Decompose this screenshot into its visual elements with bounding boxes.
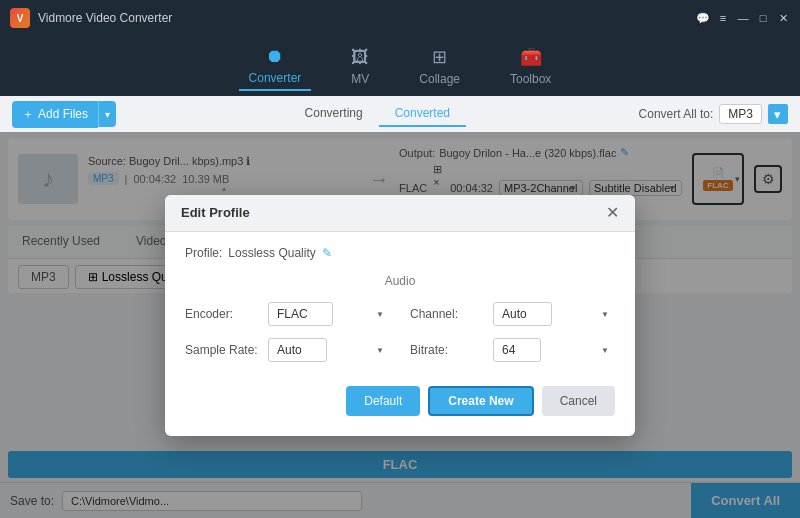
tab-converter-label: Converter [249,71,302,85]
modal-header: Edit Profile ✕ [165,195,635,232]
add-files-button[interactable]: ＋ Add Files [12,101,98,128]
close-btn[interactable]: ✕ [776,11,790,25]
modal-overlay: Edit Profile ✕ Profile: Lossless Quality… [0,132,800,518]
default-button[interactable]: Default [346,386,420,416]
sample-rate-select[interactable]: Auto [268,338,327,362]
add-files-label: Add Files [38,107,88,121]
channel-group: Channel: Auto [410,302,615,326]
channel-modal-select[interactable]: Auto [493,302,552,326]
format-dropdown-button[interactable]: ▾ [768,104,788,124]
profile-label: Profile: [185,246,222,260]
tab-converting[interactable]: Converting [289,101,379,127]
tab-toolbox[interactable]: 🧰 Toolbox [500,42,561,90]
sample-rate-label: Sample Rate: [185,343,260,357]
modal-body: Profile: Lossless Quality ✎ Audio Encode… [165,232,635,376]
toolbar-left: ＋ Add Files ▾ [12,101,116,128]
encoder-group: Encoder: FLAC [185,302,390,326]
tab-mv[interactable]: 🖼 MV [341,43,379,90]
edit-profile-modal: Edit Profile ✕ Profile: Lossless Quality… [165,195,635,436]
app-title: Vidmore Video Converter [38,11,172,25]
minimize-btn[interactable]: — [736,11,750,25]
chat-icon-btn[interactable]: 💬 [696,11,710,25]
encoder-select-wrapper: FLAC [268,302,390,326]
mv-icon: 🖼 [351,47,369,68]
title-left: V Vidmore Video Converter [10,8,172,28]
add-files-dropdown-btn[interactable]: ▾ [98,101,116,127]
maximize-btn[interactable]: □ [756,11,770,25]
tab-collage-label: Collage [419,72,460,86]
toolbar-right: Convert All to: MP3 ▾ [639,104,788,124]
content-tab-switcher: Converting Converted [289,101,466,127]
tab-toolbox-label: Toolbox [510,72,551,86]
format-dropdown-arrow-icon: ▾ [774,107,781,122]
window-controls: 💬 ≡ — □ ✕ [696,11,790,25]
profile-row: Profile: Lossless Quality ✎ [185,246,615,260]
app-window: V Vidmore Video Converter 💬 ≡ — □ ✕ ⏺ Co… [0,0,800,518]
menu-btn[interactable]: ≡ [716,11,730,25]
content-area: ♪ Source: Bugoy Dril... kbps).mp3 ℹ MP3 … [0,132,800,518]
tab-converter[interactable]: ⏺ Converter [239,42,312,91]
audio-section-title: Audio [185,274,615,288]
dropdown-arrow-icon: ▾ [105,109,110,120]
form-grid: Encoder: FLAC Channel: [185,302,615,362]
encoder-label: Encoder: [185,307,260,321]
channel-modal-select-wrapper: Auto [493,302,615,326]
bitrate-select[interactable]: 64 [493,338,541,362]
modal-title: Edit Profile [181,205,250,220]
nav-tabs: ⏺ Converter 🖼 MV ⊞ Collage 🧰 Toolbox [0,36,800,96]
channel-label: Channel: [410,307,485,321]
format-badge: MP3 [719,104,762,124]
modal-close-btn[interactable]: ✕ [606,205,619,221]
bitrate-group: Bitrate: 64 [410,338,615,362]
sample-rate-select-wrapper: Auto [268,338,390,362]
title-bar: V Vidmore Video Converter 💬 ≡ — □ ✕ [0,0,800,36]
sample-rate-group: Sample Rate: Auto [185,338,390,362]
converter-icon: ⏺ [266,46,284,67]
tab-mv-label: MV [351,72,369,86]
tab-collage[interactable]: ⊞ Collage [409,42,470,90]
app-icon: V [10,8,30,28]
sub-toolbar: ＋ Add Files ▾ Converting Converted Conve… [0,96,800,132]
toolbox-icon: 🧰 [520,46,542,68]
bitrate-select-wrapper: 64 [493,338,615,362]
bitrate-label: Bitrate: [410,343,485,357]
profile-value: Lossless Quality [228,246,315,260]
modal-footer: Default Create New Cancel [165,376,635,416]
create-new-button[interactable]: Create New [428,386,533,416]
encoder-select[interactable]: FLAC [268,302,333,326]
tab-converted[interactable]: Converted [379,101,466,127]
collage-icon: ⊞ [432,46,447,68]
add-icon: ＋ [22,106,34,123]
profile-edit-icon[interactable]: ✎ [322,246,332,260]
cancel-button[interactable]: Cancel [542,386,615,416]
convert-all-label: Convert All to: [639,107,714,121]
